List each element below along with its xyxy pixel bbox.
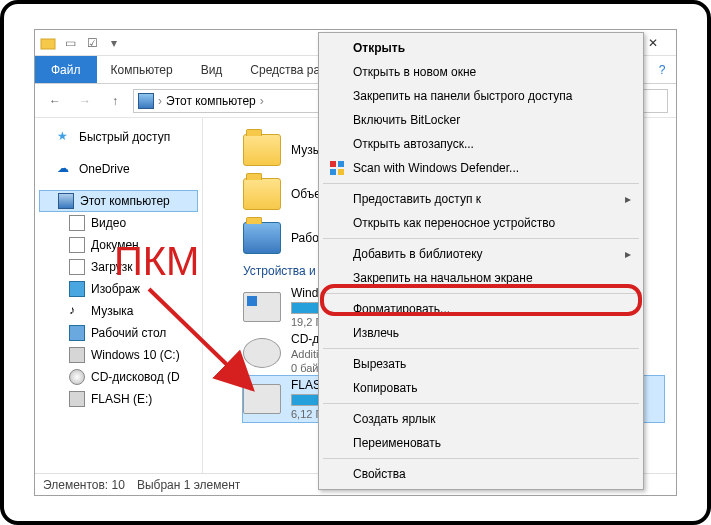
properties-icon[interactable]: ▭ [61, 34, 79, 52]
ctx-copy[interactable]: Копировать [321, 376, 641, 400]
pc-icon [58, 193, 74, 209]
ctx-properties[interactable]: Свойства [321, 462, 641, 486]
submenu-arrow-icon: ▸ [625, 192, 631, 206]
sidebar-item-documents[interactable]: Докумен [39, 234, 198, 256]
flash-drive-icon [243, 384, 281, 414]
pc-icon [138, 93, 154, 109]
sidebar-item-this-pc[interactable]: Этот компьютер [39, 190, 198, 212]
ctx-share-access[interactable]: Предоставить доступ к▸ [321, 187, 641, 211]
ctx-open[interactable]: Открыть [321, 36, 641, 60]
sidebar-item-windows-c[interactable]: Windows 10 (C:) [39, 344, 198, 366]
ctx-separator [323, 238, 639, 239]
music-icon: ♪ [69, 303, 85, 319]
submenu-arrow-icon: ▸ [625, 247, 631, 261]
sidebar-item-desktop[interactable]: Рабочий стол [39, 322, 198, 344]
sidebar-item-flash-e[interactable]: FLASH (E:) [39, 388, 198, 410]
tab-computer[interactable]: Компьютер [97, 56, 187, 83]
ctx-cut[interactable]: Вырезать [321, 352, 641, 376]
ctx-pin-quick-access[interactable]: Закрепить на панели быстрого доступа [321, 84, 641, 108]
ctx-pin-start[interactable]: Закрепить на начальном экране [321, 266, 641, 290]
context-menu: Открыть Открыть в новом окне Закрепить н… [318, 32, 644, 490]
help-icon[interactable]: ? [648, 56, 676, 83]
flash-icon [69, 391, 85, 407]
nav-back-button[interactable]: ← [43, 89, 67, 113]
ctx-separator [323, 458, 639, 459]
svg-rect-0 [41, 39, 55, 49]
shield-icon [329, 160, 345, 176]
status-count: Элементов: 10 [43, 478, 125, 492]
sidebar-item-quick-access[interactable]: ★Быстрый доступ [39, 126, 198, 148]
svg-rect-1 [330, 161, 336, 167]
cloud-icon: ☁ [57, 161, 73, 177]
sidebar-item-music[interactable]: ♪Музыка [39, 300, 198, 322]
picture-icon [69, 281, 85, 297]
status-selected: Выбран 1 элемент [137, 478, 240, 492]
tab-view[interactable]: Вид [187, 56, 237, 83]
sidebar-item-cd-d[interactable]: CD-дисковод (D [39, 366, 198, 388]
ctx-rename[interactable]: Переименовать [321, 431, 641, 455]
cd-drive-icon [243, 338, 281, 368]
checkbox-icon[interactable]: ☑ [83, 34, 101, 52]
ctx-separator [323, 348, 639, 349]
navigation-pane: ★Быстрый доступ ☁OneDrive Этот компьютер… [35, 118, 203, 473]
ctx-open-portable[interactable]: Открыть как переносное устройство [321, 211, 641, 235]
document-icon [69, 237, 85, 253]
cd-icon [69, 369, 85, 385]
folder-icon [243, 134, 281, 166]
ctx-windows-defender[interactable]: Scan with Windows Defender... [321, 156, 641, 180]
ctx-separator [323, 293, 639, 294]
ctx-eject[interactable]: Извлечь [321, 321, 641, 345]
sidebar-item-downloads[interactable]: Загрузк [39, 256, 198, 278]
ctx-open-new-window[interactable]: Открыть в новом окне [321, 60, 641, 84]
star-icon: ★ [57, 129, 73, 145]
sidebar-item-video[interactable]: Видео [39, 212, 198, 234]
svg-rect-4 [338, 169, 344, 175]
ctx-format[interactable]: Форматировать... [321, 297, 641, 321]
ctx-add-library[interactable]: Добавить в библиотеку▸ [321, 242, 641, 266]
desktop-icon [69, 325, 85, 341]
desktop-folder-icon [243, 222, 281, 254]
windows-drive-icon [243, 292, 281, 322]
folder-icon [243, 178, 281, 210]
drive-icon [69, 347, 85, 363]
video-icon [69, 215, 85, 231]
ctx-autoplay[interactable]: Открыть автозапуск... [321, 132, 641, 156]
folder-icon[interactable] [39, 34, 57, 52]
nav-forward-button[interactable]: → [73, 89, 97, 113]
ctx-separator [323, 403, 639, 404]
svg-rect-3 [330, 169, 336, 175]
sidebar-item-onedrive[interactable]: ☁OneDrive [39, 158, 198, 180]
ctx-bitlocker[interactable]: Включить BitLocker [321, 108, 641, 132]
download-icon [69, 259, 85, 275]
nav-up-button[interactable]: ↑ [103, 89, 127, 113]
svg-rect-2 [338, 161, 344, 167]
ctx-separator [323, 183, 639, 184]
ctx-create-shortcut[interactable]: Создать ярлык [321, 407, 641, 431]
breadcrumb-this-pc[interactable]: Этот компьютер [166, 94, 256, 108]
tab-file[interactable]: Файл [35, 56, 97, 83]
dropdown-icon[interactable]: ▾ [105, 34, 123, 52]
sidebar-item-pictures[interactable]: Изображ [39, 278, 198, 300]
